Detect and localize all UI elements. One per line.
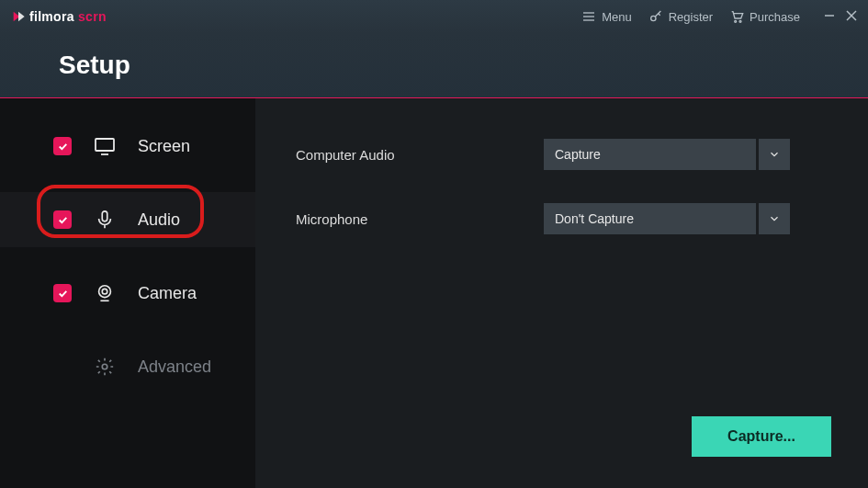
computer-audio-row: Computer Audio Capture — [296, 139, 837, 170]
sidebar-item-label: Camera — [138, 284, 197, 303]
menu-label: Menu — [602, 10, 632, 24]
mic-icon — [94, 209, 116, 231]
hamburger-icon — [581, 9, 596, 24]
sidebar-item-audio[interactable]: Audio — [0, 192, 255, 247]
header: Setup — [0, 33, 868, 97]
computer-audio-select[interactable]: Capture — [544, 139, 790, 170]
computer-audio-label: Computer Audio — [296, 147, 525, 163]
svg-point-4 — [735, 20, 737, 22]
monitor-icon — [94, 135, 116, 157]
purchase-button[interactable]: Purchase — [729, 9, 800, 24]
content: Screen Audio Camera — [0, 98, 868, 488]
register-label: Register — [669, 10, 713, 24]
checkbox-audio[interactable] — [53, 210, 72, 229]
main-panel: Computer Audio Capture Microphone Don't … — [255, 98, 868, 488]
logo-text: filmora scrn — [29, 9, 107, 24]
sidebar-item-screen[interactable]: Screen — [0, 119, 255, 174]
chevron-down-icon — [768, 148, 781, 161]
key-icon — [648, 9, 663, 24]
sidebar-item-label: Audio — [138, 210, 180, 230]
computer-audio-dropdown-button[interactable] — [759, 139, 790, 170]
sidebar-item-label: Screen — [138, 137, 190, 156]
checkbox-screen[interactable] — [53, 137, 72, 155]
microphone-value[interactable]: Don't Capture — [544, 203, 756, 234]
close-button[interactable] — [846, 8, 857, 25]
svg-point-14 — [102, 364, 107, 369]
webcam-icon — [94, 282, 116, 304]
purchase-label: Purchase — [750, 10, 800, 24]
svg-point-13 — [102, 289, 107, 294]
microphone-label: Microphone — [296, 211, 525, 227]
titlebar: filmora scrn Menu Register Purchase — [0, 0, 868, 33]
svg-point-12 — [99, 286, 111, 298]
titlebar-right: Menu Register Purchase — [581, 8, 857, 25]
gear-icon — [94, 356, 116, 378]
svg-rect-11 — [102, 211, 107, 221]
page-title: Setup — [59, 51, 130, 80]
checkbox-advanced-empty — [53, 357, 72, 376]
register-button[interactable]: Register — [648, 9, 713, 24]
logo-icon — [11, 9, 26, 24]
computer-audio-value[interactable]: Capture — [544, 139, 756, 170]
svg-point-5 — [739, 20, 741, 22]
microphone-select[interactable]: Don't Capture — [544, 203, 790, 234]
app-logo: filmora scrn — [11, 9, 107, 24]
chevron-down-icon — [768, 212, 781, 225]
sidebar-item-advanced[interactable]: Advanced — [0, 339, 255, 394]
menu-button[interactable]: Menu — [581, 9, 632, 24]
cart-icon — [729, 9, 744, 24]
sidebar-item-label: Advanced — [138, 357, 211, 377]
svg-rect-9 — [96, 139, 114, 151]
microphone-dropdown-button[interactable] — [759, 203, 790, 234]
sidebar: Screen Audio Camera — [0, 98, 255, 488]
checkbox-camera[interactable] — [53, 284, 72, 302]
svg-point-3 — [650, 16, 655, 20]
capture-button[interactable]: Capture... — [692, 416, 831, 457]
minimize-button[interactable] — [824, 8, 835, 25]
microphone-row: Microphone Don't Capture — [296, 203, 837, 234]
sidebar-item-camera[interactable]: Camera — [0, 266, 255, 321]
